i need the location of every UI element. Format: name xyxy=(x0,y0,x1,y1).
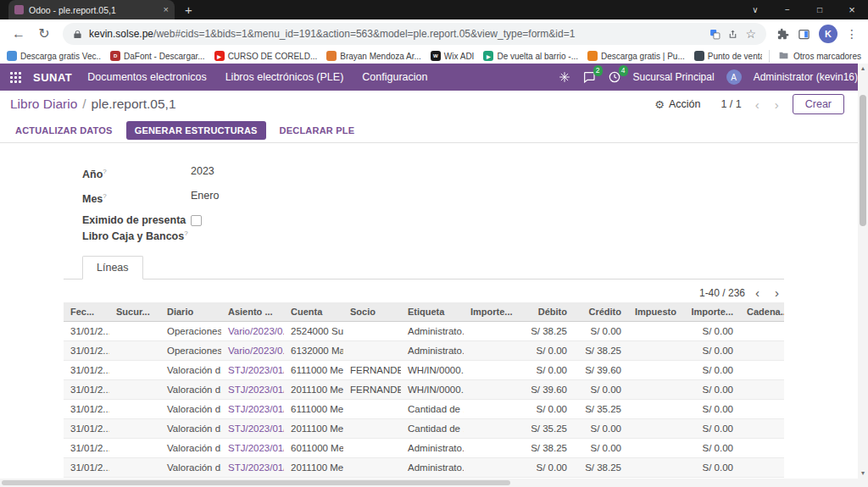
horizontal-scroll-thumb[interactable] xyxy=(2,480,510,485)
tab-close-icon[interactable]: × xyxy=(164,5,169,14)
cell-diario: Operaciones... xyxy=(160,341,221,361)
odoo-appbar: SUNAT Documentos electronicos Libros ele… xyxy=(0,64,868,91)
field-hint: ? xyxy=(184,230,187,237)
cell-debito: S/ 38.25 xyxy=(516,322,574,341)
user-menu[interactable]: Administrator (kevin16) xyxy=(754,71,858,83)
vertical-scrollbar[interactable]: ▴ ▾ xyxy=(858,64,868,479)
user-avatar[interactable]: A xyxy=(726,69,742,85)
field-month-label: Mes? xyxy=(82,190,191,206)
cell-asiento-link[interactable]: STJ/2023/01/... xyxy=(221,380,284,400)
form-sheet: Año? 2023 Mes? Enero Eximido de presenta… xyxy=(0,143,858,479)
cell-asiento-link[interactable]: Vario/2023/0... xyxy=(221,322,284,341)
table-row[interactable]: 31/01/2... Valoración d... STJ/2023/01/.… xyxy=(64,458,784,478)
list-next-icon[interactable]: › xyxy=(770,286,784,299)
record-prev-icon[interactable]: ‹ xyxy=(754,98,761,111)
side-panel-icon[interactable] xyxy=(798,28,810,41)
bookmark-item[interactable]: Descarga gratis Vec.. xyxy=(7,51,101,61)
new-tab-button[interactable]: + xyxy=(185,3,192,16)
cell-asiento-link[interactable]: STJ/2023/01/... xyxy=(221,439,284,458)
messages-icon[interactable]: 2 xyxy=(582,70,596,84)
column-header[interactable]: Cadena... xyxy=(740,302,784,322)
appbar-menu-item[interactable]: Libros electrónicos (PLE) xyxy=(225,71,344,83)
bookmark-item[interactable]: D DaFont - Descargar... xyxy=(110,51,205,61)
column-header[interactable]: Importe... xyxy=(464,302,516,322)
column-header[interactable]: Sucur... xyxy=(109,302,160,322)
table-row[interactable]: 31/01/2... Valoración d... STJ/2023/01/.… xyxy=(64,419,784,439)
column-header[interactable]: Etiqueta xyxy=(401,302,464,322)
declare-ple-button[interactable]: DECLARAR PLE xyxy=(280,125,355,136)
url-text[interactable]: kevin.solse.pe/web#cids=1&bids=1&menu_id… xyxy=(89,28,703,40)
cell-cuenta: 6111000 Me... xyxy=(284,400,343,419)
cell-asiento-link[interactable]: Vario/2023/0... xyxy=(221,341,284,361)
cell-fecha: 31/01/2... xyxy=(64,322,109,341)
bookmark-item[interactable]: ▶ De vuelta al barrio -... xyxy=(483,51,578,61)
app-brand[interactable]: SUNAT xyxy=(33,71,72,84)
minimize-icon[interactable]: − xyxy=(771,0,804,19)
bookmark-item[interactable]: Descarga gratis | Pu... xyxy=(587,51,685,61)
field-month-value[interactable]: Enero xyxy=(191,190,219,202)
cell-impuesto xyxy=(628,439,679,458)
bookmark-item[interactable]: W Wix ADI xyxy=(431,51,475,61)
bookmark-item[interactable]: ▶ CURSO DE CORELD... xyxy=(214,51,318,61)
table-row[interactable]: 31/01/2... Valoración d... STJ/2023/01/.… xyxy=(64,380,784,400)
table-row[interactable]: 31/01/2... Operaciones... Vario/2023/0..… xyxy=(64,341,784,361)
column-header[interactable]: Fec... xyxy=(64,302,109,322)
create-button[interactable]: Crear xyxy=(793,94,844,114)
table-row[interactable]: 31/01/2... Valoración d... STJ/2023/01/.… xyxy=(64,400,784,419)
browser-profile-avatar[interactable]: K xyxy=(819,25,837,43)
action-menu-button[interactable]: ⚙ Acción xyxy=(654,98,700,111)
cell-etiqueta: Cantidad de ... xyxy=(401,400,464,419)
table-row[interactable]: 31/01/2... Valoración d... STJ/2023/01/.… xyxy=(64,361,784,380)
back-icon[interactable]: ← xyxy=(7,27,31,41)
table-row[interactable]: 31/01/2... Operaciones... Vario/2023/0..… xyxy=(64,322,784,341)
field-year-value[interactable]: 2023 xyxy=(191,165,214,178)
generate-structures-button[interactable]: GENERAR ESTRUCTURAS xyxy=(126,121,266,140)
update-data-button[interactable]: ACTUALIZAR DATOS xyxy=(15,125,113,136)
reload-icon[interactable]: ↻ xyxy=(32,27,56,41)
column-header[interactable]: Diario xyxy=(160,302,221,322)
other-bookmarks-button[interactable]: Otros marcadores xyxy=(769,50,861,63)
scroll-up-icon[interactable]: ▴ xyxy=(858,64,868,74)
column-header[interactable]: Crédito xyxy=(574,302,628,322)
tab-search-icon[interactable]: ∨ xyxy=(739,0,771,19)
exempt-checkbox[interactable] xyxy=(191,215,202,226)
activities-clock-icon[interactable]: 4 xyxy=(608,70,621,84)
breadcrumb-parent[interactable]: Libro Diario xyxy=(10,97,77,112)
cell-asiento-link[interactable]: STJ/2023/01/... xyxy=(221,400,284,419)
bookmark-star-icon[interactable]: ☆ xyxy=(745,27,756,41)
cell-credito: S/ 0.00 xyxy=(574,380,628,400)
notebook-tabs: Líneas xyxy=(64,255,784,279)
scroll-down-icon[interactable]: ▾ xyxy=(858,468,868,479)
share-icon[interactable] xyxy=(727,29,738,40)
extensions-puzzle-icon[interactable] xyxy=(776,28,789,41)
maximize-icon[interactable]: □ xyxy=(804,0,836,19)
appbar-menu-item[interactable]: Configuracion xyxy=(362,71,427,83)
company-switcher[interactable]: Sucursal Principal xyxy=(633,71,715,83)
column-header[interactable]: Impuesto xyxy=(628,302,679,322)
appbar-menu-item[interactable]: Documentos electronicos xyxy=(87,71,206,83)
horizontal-scrollbar[interactable] xyxy=(0,479,858,487)
bookmark-item[interactable]: Brayan Mendoza Ar... xyxy=(326,51,421,61)
tab-lineas[interactable]: Líneas xyxy=(82,256,143,279)
cell-asiento-link[interactable]: STJ/2023/01/... xyxy=(221,458,284,478)
column-header[interactable]: Asiento ... xyxy=(221,302,284,322)
apps-menu-icon[interactable] xyxy=(10,72,21,83)
url-bar[interactable]: kevin.solse.pe/web#cids=1&bids=1&menu_id… xyxy=(63,23,766,45)
translate-icon[interactable] xyxy=(709,29,721,40)
browser-menu-icon[interactable]: ⋮ xyxy=(846,27,858,41)
list-prev-icon[interactable]: ‹ xyxy=(750,286,765,299)
browser-tab[interactable]: Odoo - ple.report.05,1 × xyxy=(8,0,175,19)
cell-asiento-link[interactable]: STJ/2023/01/... xyxy=(221,419,284,439)
cell-asiento-link[interactable]: STJ/2023/01/... xyxy=(221,361,284,380)
column-header[interactable]: Socio xyxy=(343,302,401,322)
column-header[interactable]: Importe... xyxy=(679,302,740,322)
column-header[interactable]: Cuenta xyxy=(284,302,343,322)
cell-diario: Valoración d... xyxy=(160,380,221,400)
table-row[interactable]: 31/01/2... Valoración d... STJ/2023/01/.… xyxy=(64,439,784,458)
column-header[interactable]: Débito xyxy=(516,302,574,322)
close-icon[interactable]: × xyxy=(836,0,868,19)
vertical-scroll-thumb[interactable] xyxy=(860,95,866,226)
record-next-icon[interactable]: › xyxy=(773,98,781,111)
bookmark-item[interactable]: Punto de venta Ven... xyxy=(694,51,762,61)
debug-icon[interactable] xyxy=(559,71,570,83)
